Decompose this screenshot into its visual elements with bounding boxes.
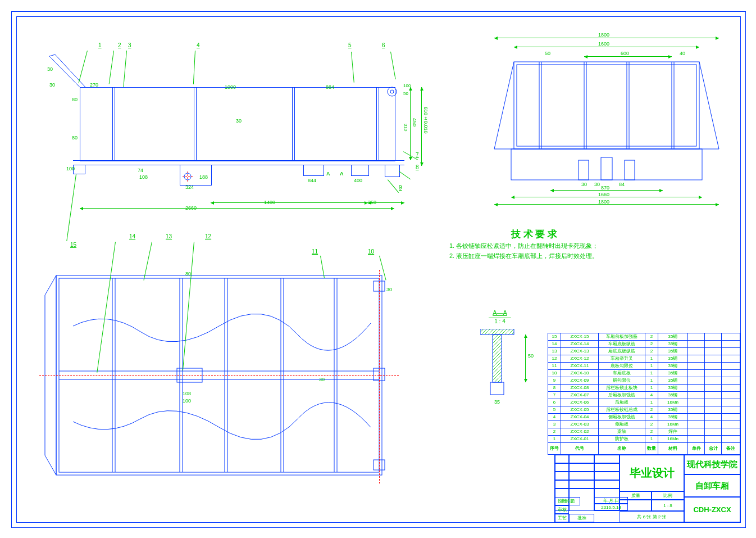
dim: 74 [138, 168, 143, 173]
section-a-a: A—A 1 : 4 50 35 [472, 309, 545, 410]
svg-rect-22 [579, 160, 589, 180]
front-elevation-view: 1800 1600 600 50 40 30 30 84 870 1660 18… [483, 31, 730, 211]
dim: 50 [403, 91, 408, 96]
dim: 1600 [598, 41, 609, 47]
tb-scale-val: 1 : 8 [652, 500, 684, 511]
dim: 30 [236, 118, 242, 124]
svg-line-11 [699, 62, 719, 149]
plan-view: 108 100 30 30 80 10 11 12 13 14 [39, 259, 399, 495]
tb-tech: 工艺 [555, 514, 569, 522]
svg-rect-45 [480, 329, 514, 334]
tb-code: CDH-ZXCX [684, 497, 740, 522]
bom-h-total: 总计 [705, 443, 722, 455]
dim: 30 [47, 66, 53, 72]
dim: 400 [354, 178, 362, 183]
svg-rect-47 [490, 382, 504, 395]
table-row: 11ZXCX-11底板勾限位135钢 [548, 363, 740, 370]
section-mark-a: A [340, 171, 344, 177]
svg-rect-9 [517, 65, 696, 146]
svg-line-1 [55, 55, 85, 87]
svg-rect-24 [625, 160, 635, 180]
dim: 600 [621, 51, 629, 56]
svg-rect-13 [511, 149, 702, 180]
rear-hinge [382, 82, 404, 104]
section-mark-a: A [326, 171, 330, 177]
balloon-10: 10 [368, 248, 374, 255]
dim: 40 [680, 51, 685, 56]
table-row: 6ZXCX-06后厢板116Mn [548, 399, 740, 406]
tb-sheet: 共 6 张 第 2 张 [620, 511, 684, 522]
dim: 30 [594, 182, 600, 187]
dim: 870 [601, 185, 609, 191]
tb-mass: 质量 [620, 491, 652, 500]
dim: 100 [403, 83, 411, 88]
balloon-7: 7 [416, 152, 419, 158]
section-scale: 1 : 4 [489, 318, 511, 324]
balloon-6: 6 [382, 42, 385, 48]
tb-designer: 薛路鹏 [555, 497, 580, 505]
dim: 324 [185, 184, 194, 190]
balloon-14: 14 [129, 233, 135, 239]
balloon-9: 9 [399, 184, 402, 191]
table-row: 10ZXCX-10车厢底板135钢 [548, 370, 740, 377]
dim: 35 [494, 399, 500, 405]
balloon-2: 2 [118, 42, 121, 48]
side-elevation-view: 1 2 3 4 5 6 7 8 9 15 270 1000 884 30 30 … [39, 62, 432, 230]
dim: 84 [619, 182, 625, 187]
svg-point-5 [184, 173, 191, 180]
svg-line-2 [49, 55, 55, 56]
balloon-4: 4 [197, 42, 200, 48]
balloon-12: 12 [205, 233, 211, 239]
table-row: 2ZXCX-02梁轴2焊件 [548, 428, 740, 436]
section-label: A—A [489, 309, 511, 316]
table-row: 5ZXCX-05后栏板铰链总成235钢 [548, 406, 740, 414]
svg-rect-23 [601, 157, 612, 180]
dim: 1800 [598, 32, 609, 38]
table-row: 4ZXCX-04侧厢板加强筋435钢 [548, 414, 740, 421]
bom-h-note: 备注 [722, 443, 740, 455]
dim: 1800 [598, 199, 609, 205]
balloon-13: 13 [166, 233, 172, 239]
bom-h-no: 序号 [548, 443, 561, 455]
dim: 108 [139, 174, 148, 180]
dim: 884 [326, 84, 334, 90]
drawing-area: 1 2 3 4 5 6 7 8 9 15 270 1000 884 30 30 … [17, 17, 740, 522]
dim: 30 [49, 82, 55, 88]
dim: 450 [412, 118, 417, 126]
bom-table: 15ZXCX-15车厢前板加强筋235钢 14ZXCX-14车厢底板纵筋235钢… [548, 333, 740, 455]
table-row: 14ZXCX-14车厢底板纵筋235钢 [548, 341, 740, 348]
table-row: 7ZXCX-07后厢板加强筋435钢 [548, 392, 740, 399]
tb-scale-lbl: 比例 [652, 491, 684, 500]
tb-part: 自卸车厢 [684, 474, 740, 497]
dim: 270 [90, 82, 98, 88]
dim: 80 [72, 97, 78, 102]
drawing-frame-outer: 1 2 3 4 5 6 7 8 9 15 270 1000 884 30 30 … [11, 11, 746, 528]
tech-req-2: 2. 液压缸座一端焊接在车厢底部上，焊接后时效处理。 [449, 252, 598, 260]
balloon-5: 5 [348, 42, 352, 48]
dim: 310 [403, 124, 408, 131]
balloon-1: 1 [98, 42, 102, 48]
table-row: 15ZXCX-15车厢前板加强筋235钢 [548, 333, 740, 341]
tb-project: 毕业设计 [620, 455, 684, 491]
dim: 30 [319, 377, 325, 382]
dim: 1660 [598, 192, 609, 197]
dim: 80 [185, 271, 191, 277]
balloon-15: 15 [70, 242, 76, 248]
lift-pin [183, 171, 193, 182]
dim: 188 [199, 174, 208, 180]
table-row: 1ZXCX-01防护板116Mn [548, 436, 740, 443]
dim: 100 [66, 166, 75, 171]
bom-h-mat: 材料 [658, 443, 688, 455]
bom-h-name: 名称 [599, 443, 645, 455]
table-row: 3ZXCX-03侧厢板216Mn [548, 421, 740, 428]
svg-point-4 [390, 90, 394, 93]
table-row: 12ZXCX-12车厢举升叉135钢 [548, 355, 740, 363]
drawing-frame-inner: 1 2 3 4 5 6 7 8 9 15 270 1000 884 30 30 … [16, 16, 741, 523]
tb-school: 现代科技学院 [684, 455, 740, 474]
dim: 100 [183, 398, 191, 404]
balloon-3: 3 [128, 42, 131, 48]
table-row: 9ZXCX-09铜勾限位135钢 [548, 377, 740, 385]
bom-h-unit: 单件 [688, 443, 705, 455]
dim: 50 [545, 51, 550, 56]
dim: 30 [386, 287, 392, 292]
